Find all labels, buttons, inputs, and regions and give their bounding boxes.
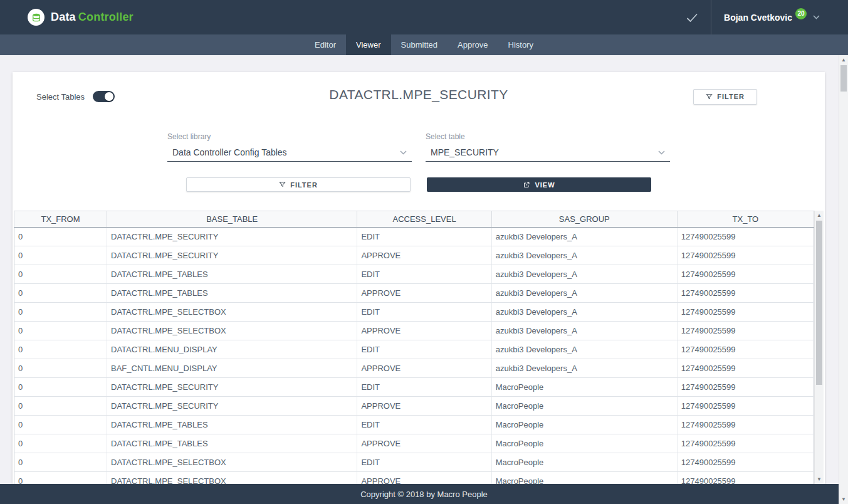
table-cell: MacroPeople [491, 434, 677, 453]
table-row: 0DATACTRL.MPE_TABLESEDITazukbi3 Develope… [14, 265, 814, 284]
column-header-sas_group[interactable]: SAS_GROUP [491, 211, 677, 228]
table-cell: 0 [14, 284, 107, 303]
check-icon[interactable] [684, 10, 699, 25]
table-row: 0DATACTRL.MPE_SECURITYAPPROVEazukbi3 Dev… [14, 246, 814, 265]
table-row: 0DATACTRL.MENU_DISPLAYEDITazukbi3 Develo… [14, 340, 814, 359]
tab-history[interactable]: History [498, 34, 543, 55]
table-cell: MacroPeople [491, 378, 677, 397]
table-cell: DATACTRL.MPE_TABLES [107, 416, 357, 434]
tab-approve[interactable]: Approve [448, 34, 498, 55]
table-cell: EDIT [357, 265, 491, 284]
page-scrollbar[interactable]: ▲ ▼ [839, 55, 848, 504]
table-cell: DATACTRL.MPE_SELECTBOX [107, 472, 357, 485]
table-cell: 127490025599 [677, 416, 814, 434]
table-cell: EDIT [357, 453, 491, 472]
table-cell: APPROVE [357, 472, 491, 485]
user-badge: 20 [795, 8, 807, 19]
table-cell: 127490025599 [677, 434, 814, 453]
database-logo-icon [28, 9, 44, 26]
tabs-container: EditorViewerSubmittedApproveHistory [305, 34, 543, 55]
select-tables-label: Select Tables [36, 92, 85, 102]
table-cell: 0 [14, 246, 107, 265]
data-table: TX_FROMBASE_TABLEACCESS_LEVELSAS_GROUPTX… [14, 211, 814, 484]
table-cell: APPROVE [357, 322, 491, 340]
table-cell: 0 [14, 340, 107, 359]
table-cell: MacroPeople [491, 453, 677, 472]
table-row: 0DATACTRL.MPE_SELECTBOXEDITMacroPeople12… [14, 453, 814, 472]
table-cell: MacroPeople [491, 472, 677, 485]
page-scrollbar-thumb[interactable] [840, 65, 847, 92]
table-cell: 127490025599 [677, 246, 814, 265]
table-row: 0DATACTRL.MPE_SECURITYEDITMacroPeople127… [14, 378, 814, 397]
table-cell: azukbi3 Developers_A [491, 359, 677, 378]
tab-editor[interactable]: Editor [305, 34, 346, 55]
table-cell: azukbi3 Developers_A [491, 340, 677, 359]
table-cell: DATACTRL.MPE_SECURITY [107, 228, 357, 246]
table-cell: 127490025599 [677, 359, 814, 378]
table-cell: azukbi3 Developers_A [491, 284, 677, 303]
table-cell: MacroPeople [491, 416, 677, 434]
table-cell: 0 [14, 434, 107, 453]
table-cell: azukbi3 Developers_A [491, 322, 677, 340]
table-cell: DATACTRL.MENU_DISPLAY [107, 340, 357, 359]
table-body: 0DATACTRL.MPE_SECURITYEDITazukbi3 Develo… [14, 228, 814, 485]
table-cell: DATACTRL.MPE_SECURITY [107, 246, 357, 265]
table-scrollbar-thumb[interactable] [816, 221, 822, 385]
view-button[interactable]: VIEW [427, 177, 651, 192]
toggle-knob [105, 92, 113, 101]
table-scrollbar[interactable]: ▲ ▼ [814, 211, 824, 484]
table-cell: DATACTRL.MPE_SECURITY [107, 397, 357, 416]
header-divider [711, 0, 711, 34]
library-select[interactable]: Data Controller Config Tables [167, 145, 412, 162]
table-select[interactable]: MPE_SECURITY [426, 145, 670, 162]
table-cell: EDIT [357, 228, 491, 246]
table-cell: EDIT [357, 378, 491, 397]
table-cell: 127490025599 [677, 472, 814, 485]
table-cell: azukbi3 Developers_A [491, 228, 677, 246]
user-menu[interactable]: Bojan Cvetkovic 20 [724, 12, 820, 23]
table-cell: DATACTRL.MPE_SELECTBOX [107, 322, 357, 340]
table-cell: APPROVE [357, 434, 491, 453]
table-cell: APPROVE [357, 246, 491, 265]
table-cell: 127490025599 [677, 265, 814, 284]
table-cell: 127490025599 [677, 303, 814, 322]
table-cell: 0 [14, 397, 107, 416]
table-cell: MacroPeople [491, 397, 677, 416]
filter-button[interactable]: FILTER [186, 177, 411, 192]
scroll-up-arrow[interactable]: ▲ [815, 211, 824, 220]
table-header-row: TX_FROMBASE_TABLEACCESS_LEVELSAS_GROUPTX… [14, 211, 814, 228]
library-select-label: Select library [167, 132, 412, 141]
table-cell: APPROVE [357, 359, 491, 378]
column-header-tx_from[interactable]: TX_FROM [14, 211, 107, 228]
data-grid: TX_FROMBASE_TABLEACCESS_LEVELSAS_GROUPTX… [14, 211, 824, 484]
table-cell: 0 [14, 416, 107, 434]
scroll-down-arrow[interactable]: ▼ [839, 495, 848, 504]
table-cell: BAF_CNTL.MENU_DISPLAY [107, 359, 357, 378]
scroll-down-arrow[interactable]: ▼ [815, 475, 824, 484]
select-tables-toggle[interactable] [93, 91, 115, 102]
table-cell: 0 [14, 472, 107, 485]
table-row: 0DATACTRL.MPE_SELECTBOXAPPROVEMacroPeopl… [14, 472, 814, 485]
main-content: DATACTRL.MPE_SECURITY Select Tables FILT… [0, 55, 848, 484]
app-logo[interactable]: DataController [28, 9, 133, 26]
app-title: DataController [51, 11, 133, 24]
table-row: 0DATACTRL.MPE_SECURITYEDITazukbi3 Develo… [14, 228, 814, 246]
table-cell: 127490025599 [677, 284, 814, 303]
app-header: DataController Bojan Cvetkovic 20 [0, 0, 848, 34]
tab-submitted[interactable]: Submitted [391, 34, 448, 55]
column-header-tx_to[interactable]: TX_TO [677, 211, 814, 228]
tab-viewer[interactable]: Viewer [346, 34, 391, 55]
filter-button-top[interactable]: FILTER [693, 89, 757, 105]
table-cell: 0 [14, 228, 107, 246]
viewer-card: DATACTRL.MPE_SECURITY Select Tables FILT… [13, 72, 825, 484]
chevron-down-icon [813, 15, 820, 19]
table-cell: DATACTRL.MPE_TABLES [107, 284, 357, 303]
column-header-base_table[interactable]: BASE_TABLE [107, 211, 357, 228]
open-in-new-icon [523, 181, 530, 189]
table-cell: 0 [14, 359, 107, 378]
funnel-icon [279, 181, 286, 188]
column-header-access_level[interactable]: ACCESS_LEVEL [357, 211, 491, 228]
table-cell: 127490025599 [677, 453, 814, 472]
scroll-up-arrow[interactable]: ▲ [839, 55, 848, 65]
table-cell: APPROVE [357, 397, 491, 416]
